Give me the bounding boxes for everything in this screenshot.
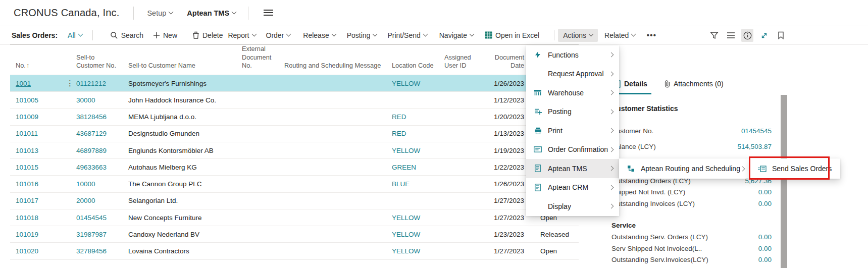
col-header-ext-doc[interactable]: External Document No. xyxy=(236,45,279,75)
hamburger-menu-icon[interactable] xyxy=(264,10,273,16)
nav-setup[interactable]: Setup xyxy=(147,9,173,17)
table-row[interactable]: 101020 32789456 Lovaina Contractors YELL… xyxy=(10,243,579,259)
location-code-link[interactable]: YELLOW xyxy=(392,214,420,222)
customer-no-link[interactable]: 46897889 xyxy=(76,147,107,154)
table-row[interactable]: 101017 20000 Selangorian Ltd. 1/27/2023 xyxy=(10,192,579,209)
customer-no-link[interactable]: 38128456 xyxy=(76,113,107,121)
customer-no-link[interactable]: 43687129 xyxy=(76,130,107,137)
order-no-link[interactable]: 101015 xyxy=(16,164,38,171)
menu-item-posting[interactable]: Posting xyxy=(526,102,619,122)
menu-posting[interactable]: Posting xyxy=(347,31,377,39)
menu-print-send[interactable]: Print/Send xyxy=(387,31,427,39)
menu-item-request-approval[interactable]: Request Approval xyxy=(526,65,619,84)
menu-item-display[interactable]: Display xyxy=(526,197,619,216)
menu-order[interactable]: Order xyxy=(266,31,291,39)
table-row[interactable]: 101015 49633663 Autohaus Mielberg KG GRE… xyxy=(10,159,579,176)
nav-aptean-tms[interactable]: Aptean TMS xyxy=(187,9,236,17)
menu-navigate[interactable]: Navigate xyxy=(439,31,474,39)
more-options-icon[interactable]: ••• xyxy=(646,31,656,40)
table-row[interactable]: 101019 31987987 Candoxy Nederland BV YEL… xyxy=(10,226,579,243)
customer-no-link[interactable]: 32789456 xyxy=(76,247,107,255)
location-code-link[interactable]: RED xyxy=(392,130,406,137)
col-header-sell-to-no[interactable]: Sell-to Customer No. xyxy=(71,45,123,75)
table-row[interactable]: 101011 43687129 Designstudio Gmunden RED… xyxy=(10,125,579,142)
search-button[interactable]: Search xyxy=(110,31,143,39)
outstanding-serv-invoices-value[interactable]: 0.00 xyxy=(758,255,772,265)
menu-item-warehouse[interactable]: Warehouse xyxy=(526,83,619,102)
view-filter-all[interactable]: All xyxy=(68,31,82,39)
filter-icon[interactable] xyxy=(708,29,720,42)
new-button[interactable]: New xyxy=(153,31,177,39)
order-no-link[interactable]: 101018 xyxy=(16,214,38,222)
actions-menu-button[interactable]: Actions xyxy=(558,29,598,42)
location-code-link[interactable]: GREEN xyxy=(392,164,416,171)
row-menu-icon[interactable]: ⋮ xyxy=(66,79,71,87)
menu-item-print[interactable]: Print xyxy=(526,121,619,140)
app-header: CRONUS Canada, Inc. Setup Aptean TMS xyxy=(0,0,868,26)
table-row[interactable]: 101016 10000 The Cannon Group PLC BLUE 1… xyxy=(10,176,579,192)
open-in-excel-button[interactable]: Open in Excel xyxy=(485,31,539,39)
table-row[interactable]: 1001 ⋮ 01121212 Spotsmeyer's Furnishings… xyxy=(10,75,579,91)
col-header-assigned[interactable]: Assigned User ID xyxy=(439,45,483,75)
location-code-link[interactable]: RED xyxy=(392,113,406,121)
customer-no-link[interactable]: 01454545 xyxy=(76,214,107,222)
table-row[interactable]: 101009 38128456 MEMA Ljubljana d.o.o. RE… xyxy=(10,109,579,125)
menu-item-aptean-routing-and-scheduling[interactable]: Aptean Routing and Scheduling xyxy=(619,158,750,179)
menu-item-send-sales-orders[interactable]: Send Sales Orders xyxy=(750,158,840,179)
menu-item-aptean-tms[interactable]: Aptean TMS xyxy=(526,159,619,178)
customer-no-link[interactable]: 20000 xyxy=(76,197,95,204)
outstanding-serv-orders-value[interactable]: 0.00 xyxy=(758,232,772,242)
bookmark-icon[interactable] xyxy=(775,29,787,42)
location-code-link[interactable]: YELLOW xyxy=(392,247,420,255)
balance-value[interactable]: 514,503.87 xyxy=(737,142,772,152)
shipped-not-invd-value[interactable]: 0.00 xyxy=(758,187,772,197)
menu-item-order-confirmation[interactable]: Order Confirmation xyxy=(526,140,619,159)
customer-name-cell: Selangorian Ltd. xyxy=(123,192,236,209)
delete-button[interactable]: Delete xyxy=(192,31,223,39)
factbox-heading: Customer Statistics xyxy=(611,103,772,114)
serv-shipped-not-invoiced-value[interactable]: 0.00 xyxy=(758,244,772,254)
table-row[interactable]: 101013 46897889 Englunds Kontorsmöbler A… xyxy=(10,142,579,158)
order-no-link[interactable]: 101005 xyxy=(16,96,38,104)
col-header-sell-to-name[interactable]: Sell-to Customer Name xyxy=(123,45,236,75)
customer-no-link[interactable]: 10000 xyxy=(76,180,95,188)
order-no-link[interactable]: 101009 xyxy=(16,113,38,121)
show-list-icon[interactable] xyxy=(725,29,737,42)
divider xyxy=(133,7,134,20)
order-no-link[interactable]: 101016 xyxy=(16,180,38,188)
location-code-link[interactable]: YELLOW xyxy=(392,231,420,238)
table-row[interactable]: 101018 01454545 New Concepts Furniture Y… xyxy=(10,209,579,226)
customer-no-link[interactable]: 01121212 xyxy=(76,80,106,87)
menu-report[interactable]: Report xyxy=(228,31,256,39)
customer-no-link[interactable]: 30000 xyxy=(76,96,95,104)
customer-no-link[interactable]: 31987987 xyxy=(76,231,107,238)
order-no-link[interactable]: 101020 xyxy=(16,247,38,255)
order-no-link[interactable]: 101017 xyxy=(16,197,38,204)
order-no-link[interactable]: 101011 xyxy=(16,130,38,137)
expand-icon[interactable] xyxy=(758,29,770,42)
col-header-location[interactable]: Location Code xyxy=(386,45,439,75)
col-header-routing-msg[interactable]: Routing and Scheduling Message xyxy=(279,45,386,75)
order-no-link[interactable]: 1001 xyxy=(16,80,31,87)
menu-release[interactable]: Release xyxy=(303,31,335,39)
col-header-doc-date[interactable]: Document Date xyxy=(483,45,528,75)
location-code-link[interactable]: BLUE xyxy=(392,180,410,188)
order-no-link[interactable]: 101019 xyxy=(16,231,38,238)
info-details-pane-icon[interactable] xyxy=(741,29,753,42)
menu-item-functions[interactable]: Functions xyxy=(526,45,619,65)
col-header-no[interactable]: No. ↑ xyxy=(10,45,61,75)
chevron-down-icon xyxy=(470,32,475,37)
factbox-scrollbar[interactable] xyxy=(781,95,787,268)
order-no-link[interactable]: 101013 xyxy=(16,147,38,154)
location-code-link[interactable]: YELLOW xyxy=(392,147,420,154)
tab-attachments[interactable]: Attachments (0) xyxy=(665,80,724,88)
menu-item-aptean-crm[interactable]: Aptean CRM xyxy=(526,178,619,197)
related-menu-button[interactable]: Related xyxy=(604,31,635,39)
customer-no-link[interactable]: 49633663 xyxy=(76,164,107,171)
customer-no-value[interactable]: 01454545 xyxy=(741,126,772,136)
document-date-cell: 1/23/2023 xyxy=(483,226,528,243)
location-code-link[interactable]: YELLOW xyxy=(392,80,420,87)
table-row[interactable]: 101005 30000 John Haddock Insurance Co. … xyxy=(10,92,579,109)
outstanding-invoices-value[interactable]: 0.00 xyxy=(758,199,772,209)
service-heading: Service xyxy=(611,221,772,231)
